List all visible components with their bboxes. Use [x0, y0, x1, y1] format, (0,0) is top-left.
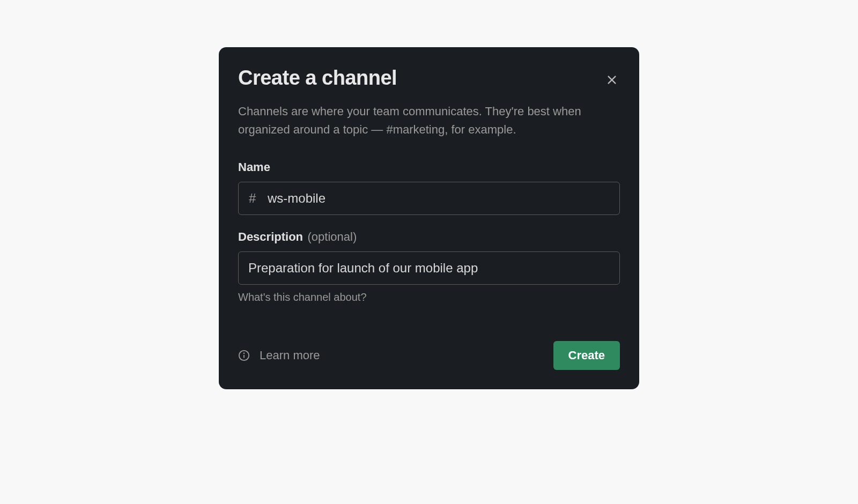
name-label: Name — [238, 160, 270, 174]
description-input-wrapper — [238, 251, 620, 285]
learn-more-label: Learn more — [260, 349, 320, 362]
description-field-group: Description (optional) What's this chann… — [238, 230, 620, 303]
channel-description-input[interactable] — [238, 251, 620, 285]
create-channel-modal: Create a channel Channels are where your… — [219, 47, 639, 389]
description-label: Description — [238, 230, 303, 243]
modal-title: Create a channel — [238, 66, 397, 90]
close-button[interactable] — [604, 72, 620, 88]
create-button[interactable]: Create — [553, 341, 620, 370]
channel-name-input[interactable] — [238, 182, 620, 215]
learn-more-link[interactable]: Learn more — [238, 349, 320, 362]
info-icon — [238, 350, 250, 361]
name-input-wrapper: # — [238, 182, 620, 215]
modal-footer: Learn more Create — [238, 341, 620, 370]
description-helper-text: What's this channel about? — [238, 291, 620, 303]
svg-point-4 — [244, 353, 245, 354]
description-optional-text: (optional) — [307, 230, 357, 243]
modal-header: Create a channel — [238, 66, 620, 90]
close-icon — [606, 74, 618, 86]
modal-description: Channels are where your team communicate… — [238, 102, 620, 139]
name-field-group: Name # — [238, 160, 620, 215]
